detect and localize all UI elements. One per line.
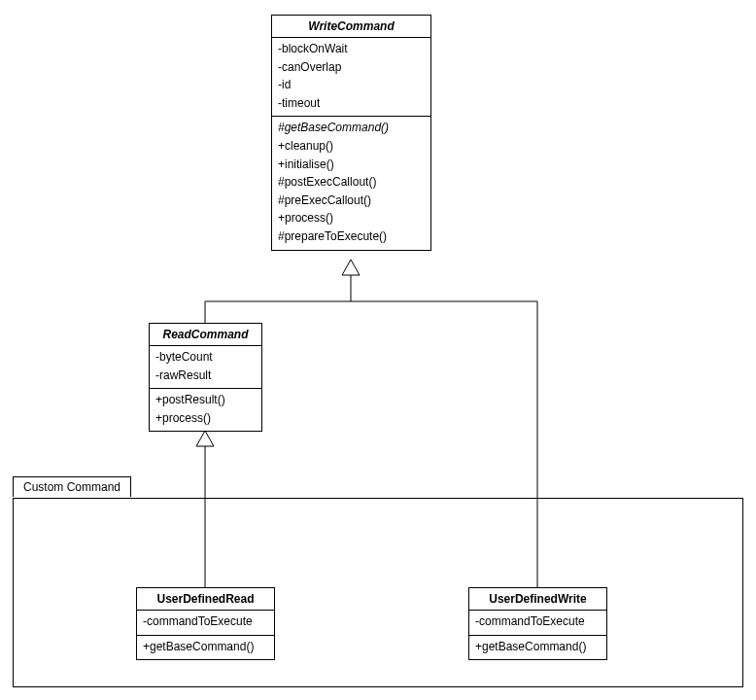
uml-member: -blockOnWait: [278, 40, 425, 58]
attributes-section: -commandToExecute: [469, 611, 606, 636]
class-writecommand: WriteCommand -blockOnWait-canOverlap-id-…: [271, 15, 431, 251]
uml-member: -id: [278, 76, 425, 94]
uml-member: #preExecCallout(): [278, 192, 425, 210]
uml-member: -commandToExecute: [143, 612, 268, 631]
svg-marker-5: [196, 431, 214, 446]
attributes-section: -byteCount-rawResult: [150, 346, 261, 389]
uml-member: +process(): [155, 409, 256, 428]
uml-member: +initialise(): [278, 156, 425, 174]
operations-section: #getBaseCommand()+cleanup()+initialise()…: [272, 117, 430, 249]
class-title: ReadCommand: [150, 324, 261, 346]
class-title: WriteCommand: [272, 16, 430, 38]
operations-section: +getBaseCommand(): [469, 636, 606, 660]
uml-member: +cleanup(): [278, 137, 425, 156]
uml-member: +getBaseCommand(): [143, 638, 268, 656]
attributes-section: -commandToExecute: [137, 611, 274, 636]
uml-member: #getBaseCommand(): [278, 119, 425, 137]
operations-section: +getBaseCommand(): [137, 636, 274, 660]
uml-member: -rawResult: [155, 367, 256, 385]
package-tab: Custom Command: [13, 476, 131, 497]
uml-member: +process(): [278, 209, 425, 228]
uml-member: -commandToExecute: [475, 612, 601, 631]
uml-member: -timeout: [278, 94, 425, 113]
attributes-section: -blockOnWait-canOverlap-id-timeout: [272, 38, 430, 117]
uml-member: -byteCount: [155, 348, 256, 367]
uml-member: +getBaseCommand(): [475, 638, 601, 656]
diagram-canvas: WriteCommand -blockOnWait-canOverlap-id-…: [0, 0, 756, 700]
svg-marker-0: [342, 260, 360, 275]
uml-member: #postExecCallout(): [278, 173, 425, 192]
class-readcommand: ReadCommand -byteCount-rawResult +postRe…: [149, 323, 262, 432]
operations-section: +postResult()+process(): [150, 389, 261, 431]
uml-member: +postResult(): [155, 391, 256, 409]
uml-member: -canOverlap: [278, 58, 425, 77]
package-box: [13, 498, 743, 687]
class-userdefinedwrite: UserDefinedWrite -commandToExecute +getB…: [468, 587, 607, 660]
class-title: UserDefinedWrite: [469, 588, 606, 611]
class-title: UserDefinedRead: [137, 588, 274, 611]
uml-member: #prepareToExecute(): [278, 228, 425, 246]
class-userdefinedread: UserDefinedRead -commandToExecute +getBa…: [136, 587, 275, 660]
